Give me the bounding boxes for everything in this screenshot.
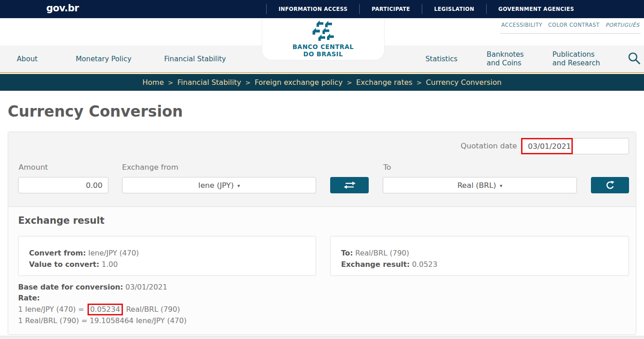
govbr-logo[interactable]: gov.br [46, 3, 79, 14]
annotation-red-box-rate: 0.05234 [88, 304, 123, 315]
value-to-convert-line: Value to convert: 1.00 [29, 259, 316, 270]
link-legislation[interactable]: LEGISLATION [422, 6, 486, 12]
next-section-edge [0, 336, 644, 339]
conversion-panel: Quotation date Amount Exchange from To I… [8, 132, 636, 335]
bcb-logo-icon [312, 20, 335, 42]
breadcrumb-currency-conversion[interactable]: Currency Conversion [426, 78, 502, 87]
breadcrumb: Home > Financial Stability > Foreign exc… [0, 74, 644, 91]
breadcrumb-separator: > [347, 79, 352, 86]
link-information-access[interactable]: INFORMATION ACCESS [267, 6, 359, 12]
page-title: Currency Conversion [8, 103, 183, 120]
breadcrumb-separator: > [168, 79, 173, 86]
base-date-line: Base date for conversion: 03/01/2021 [18, 282, 186, 293]
bcb-logo-tab[interactable]: BANCO CENTRAL DO BRASIL [262, 18, 385, 60]
chevron-down-icon: ▾ [500, 183, 503, 189]
govbr-top-bar: gov.br INFORMATION ACCESS PARTICIPATE LE… [0, 0, 644, 18]
breadcrumb-financial-stability[interactable]: Financial Stability [177, 78, 241, 87]
to-label: To [383, 163, 391, 172]
rate-line-1: 1 Iene/JPY (470) = 0.05234 Real/BRL (790… [18, 304, 186, 315]
breadcrumb-foreign-exchange-policy[interactable]: Foreign exchange policy [254, 78, 342, 87]
nav-statistics[interactable]: Statistics [425, 55, 458, 64]
convert-from-box: Convert from: Iene/JPY (470) Value to co… [18, 236, 316, 276]
exchange-from-select[interactable]: Iene (JPY) ▾ [122, 177, 316, 193]
nav-financial-stability[interactable]: Financial Stability [164, 55, 226, 64]
breadcrumb-separator: > [245, 79, 251, 86]
breadcrumb-separator: > [416, 79, 422, 86]
search-icon[interactable] [627, 51, 641, 65]
rate-line-2: 1 Real/BRL (790) = 19.1058464 Iene/JPY (… [18, 315, 186, 326]
refresh-button[interactable] [591, 177, 629, 193]
exchange-result-line: Exchange result: 0.0523 [341, 259, 629, 270]
quotation-date-input[interactable] [521, 138, 629, 154]
color-contrast-link[interactable]: COLOR CONTRAST [548, 22, 600, 28]
swap-currencies-button[interactable] [330, 177, 369, 193]
conversion-form: Quotation date Amount Exchange from To I… [8, 132, 636, 207]
amount-label: Amount [19, 163, 48, 172]
language-link[interactable]: PORTUGUÊS [605, 22, 639, 28]
rate-label: Rate: [18, 293, 186, 304]
breadcrumb-home[interactable]: Home [142, 78, 164, 87]
exchange-result-heading: Exchange result [18, 215, 104, 226]
exchange-to-select[interactable]: Real (BRL) ▾ [383, 177, 577, 193]
nav-about[interactable]: About [17, 55, 38, 64]
amount-input[interactable] [18, 177, 108, 193]
link-government-agencies[interactable]: GOVERNMENT AGENCIES [487, 6, 586, 12]
refresh-icon [605, 180, 615, 191]
nav-publications-research[interactable]: Publicationsand Research [552, 50, 600, 68]
quotation-date-label: Quotation date [461, 142, 517, 150]
convert-to-box: To: Real/BRL (790) Exchange result: 0.05… [330, 236, 629, 276]
rate-details: Base date for conversion: 03/01/2021 Rat… [18, 282, 186, 326]
convert-from-line: Convert from: Iene/JPY (470) [29, 247, 316, 259]
bcb-brand-name: BANCO CENTRAL DO BRASIL [293, 43, 354, 58]
swap-icon [343, 180, 356, 190]
accessibility-link[interactable]: ACCESSIBILITY [501, 22, 542, 28]
link-participate[interactable]: PARTICIPATE [360, 6, 422, 12]
chevron-down-icon: ▾ [237, 183, 240, 189]
to-line: To: Real/BRL (790) [341, 247, 629, 259]
breadcrumb-exchange-rates[interactable]: Exchange rates [356, 78, 412, 87]
nav-monetary-policy[interactable]: Monetary Policy [76, 55, 132, 64]
utility-links: ACCESSIBILITY COLOR CONTRAST PORTUGUÊS [500, 20, 640, 34]
govbar-links: INFORMATION ACCESS PARTICIPATE LEGISLATI… [266, 0, 586, 18]
nav-banknotes-coins[interactable]: Banknotesand Coins [487, 50, 524, 68]
exchange-from-label: Exchange from [122, 163, 178, 172]
